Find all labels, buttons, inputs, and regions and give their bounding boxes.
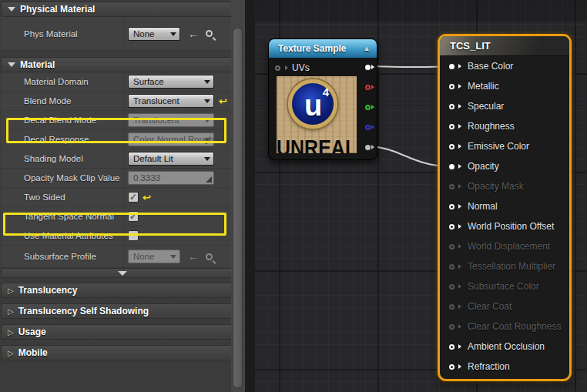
pin-circle-icon — [449, 344, 455, 350]
pin-label: Tessellation Multiplier — [468, 261, 555, 272]
row-label: Use Material Attributes — [24, 231, 113, 240]
row-two-sided: Two Sided ✓ ↩ — [1, 188, 244, 207]
pin-arrow-icon — [458, 244, 461, 249]
pin-circle-icon — [365, 105, 371, 110]
pin-label: World Displacement — [468, 241, 550, 252]
pin-arrow-icon — [458, 344, 461, 349]
reset-to-default-icon[interactable]: ↩ — [219, 95, 227, 107]
pin-circle-icon — [449, 144, 455, 149]
details-panel: ▦ ▾ Physical Material Phys Material None… — [0, 0, 245, 392]
logo-number: 4 — [323, 85, 329, 99]
pin-circle-icon — [449, 244, 455, 250]
tangent-space-normal-checkbox[interactable]: ✓ — [128, 211, 139, 222]
collapse-node-icon[interactable]: ▲ — [363, 39, 371, 58]
collapsed-sections: ▷ Translucency ▷ Translucency Self Shado… — [0, 283, 245, 360]
shading-model-dropdown[interactable]: Default Lit — [128, 152, 214, 166]
input-pin[interactable]: Ambient Occlusion — [440, 337, 569, 357]
texture-sample-node-header[interactable]: Texture Sample ▲ — [269, 39, 377, 58]
pin-circle-icon — [449, 304, 455, 310]
pin-label: Subsurface Color — [468, 281, 539, 292]
texture-output-pins — [365, 57, 374, 157]
input-pin[interactable]: World Position Offset — [440, 216, 569, 236]
section-title: Usage — [18, 327, 46, 337]
blend-mode-dropdown[interactable]: Translucent — [128, 94, 214, 108]
decal-response-dropdown: Color Normal Rough — [128, 132, 214, 146]
panel-divider[interactable] — [245, 0, 255, 392]
collapsed-triangle-icon: ▷ — [8, 349, 14, 357]
input-pin[interactable]: Subsurface Color — [440, 276, 569, 297]
pin-arrow-icon — [285, 65, 288, 70]
opacity-mask-clip-value-field: 0.3333 — [128, 171, 214, 185]
pin-arrow-icon — [371, 105, 374, 109]
section-title: Material — [20, 59, 55, 70]
collapsed-section-header[interactable]: ▷ Translucency Self Shadowing — [1, 303, 244, 319]
texture-preview-image: u 4 UNREAL — [277, 76, 357, 153]
output-pin[interactable] — [365, 57, 374, 77]
two-sided-checkbox[interactable]: ✓ — [128, 192, 139, 203]
reset-to-default-icon[interactable]: ↩ — [143, 192, 151, 203]
physical-material-rows: Phys Material None ← — [1, 17, 244, 51]
browse-asset-icon[interactable] — [206, 30, 213, 37]
uvs-input-pin[interactable]: UVs — [275, 62, 310, 73]
row-label: Two Sided — [24, 193, 65, 202]
browse-asset-icon — [206, 253, 213, 260]
pin-arrow-icon — [458, 324, 461, 329]
row-label: Material Domain — [24, 77, 89, 86]
input-pin[interactable]: World Displacement — [440, 236, 569, 256]
input-pin[interactable]: Base Color — [440, 56, 569, 76]
output-pin[interactable] — [365, 97, 374, 117]
pin-label: Clear Coat Roughness — [468, 321, 561, 332]
input-pin[interactable]: Roughness — [440, 116, 569, 136]
input-pin[interactable]: Specular — [440, 96, 569, 116]
row-label: Subsurface Profile — [24, 252, 96, 261]
row-label: Blend Mode — [24, 96, 71, 106]
node-graph-canvas[interactable]: Texture Sample ▲ UVs u 4 UNREAL — [255, 0, 587, 392]
pin-circle-icon — [449, 64, 455, 69]
material-node-header[interactable]: TCS_LIT — [440, 36, 569, 56]
subsurface-profile-dropdown: None — [128, 250, 180, 263]
use-material-attributes-checkbox[interactable] — [128, 230, 139, 241]
use-selected-asset-icon: ← — [188, 253, 199, 260]
pin-label: UVs — [292, 62, 310, 73]
ue4-logo: u 4 — [288, 79, 337, 129]
logo-letter: u — [304, 89, 322, 122]
input-pin[interactable]: Emissive Color — [440, 136, 569, 156]
pin-arrow-icon — [458, 284, 461, 289]
input-pin[interactable]: Metallic — [440, 76, 569, 96]
collapsed-triangle-icon: ▷ — [8, 307, 14, 316]
pin-label: Normal — [468, 201, 498, 212]
show-advanced-expander[interactable] — [1, 268, 244, 278]
use-selected-asset-icon[interactable]: ← — [188, 30, 199, 38]
pin-arrow-icon — [458, 204, 461, 209]
collapsed-section-header[interactable]: ▷ Usage — [1, 324, 244, 340]
pin-arrow-icon — [371, 125, 374, 129]
input-pin[interactable]: Tessellation Multiplier — [440, 256, 569, 276]
output-pin[interactable] — [365, 77, 374, 97]
collapsed-section-header[interactable]: ▷ Mobile — [1, 345, 244, 360]
pin-arrow-icon — [458, 84, 461, 89]
section-header-physical-material[interactable]: Physical Material — [1, 2, 244, 17]
material-output-node[interactable]: TCS_LIT Base Color Metallic Specul — [438, 34, 572, 381]
pin-arrow-icon — [458, 364, 461, 369]
input-pin[interactable]: Clear Coat — [440, 297, 569, 317]
output-pin[interactable] — [365, 137, 374, 157]
row-label: Opacity Mask Clip Value — [24, 173, 119, 183]
pin-label: Opacity — [468, 161, 499, 172]
pin-arrow-icon — [458, 164, 461, 169]
pin-arrow-icon — [458, 264, 461, 269]
collapsed-section-header[interactable]: ▷ Translucency — [1, 283, 244, 298]
material-domain-dropdown[interactable]: Surface — [128, 75, 214, 89]
pin-label: World Position Offset — [468, 221, 554, 232]
output-pin[interactable] — [365, 117, 374, 137]
pin-label: Metallic — [468, 81, 499, 92]
phys-material-dropdown[interactable]: None — [128, 27, 180, 41]
input-pin[interactable]: Clear Coat Roughness — [440, 317, 569, 337]
pin-circle-icon — [449, 224, 455, 230]
input-pin[interactable]: Opacity — [440, 156, 569, 176]
texture-sample-node[interactable]: Texture Sample ▲ UVs u 4 UNREAL — [268, 39, 377, 160]
section-header-material[interactable]: Material — [1, 57, 244, 72]
scrollbar-thumb[interactable] — [233, 28, 243, 388]
input-pin[interactable]: Opacity Mask — [440, 176, 569, 196]
input-pin[interactable]: Refraction — [440, 357, 569, 377]
input-pin[interactable]: Normal — [440, 196, 569, 216]
